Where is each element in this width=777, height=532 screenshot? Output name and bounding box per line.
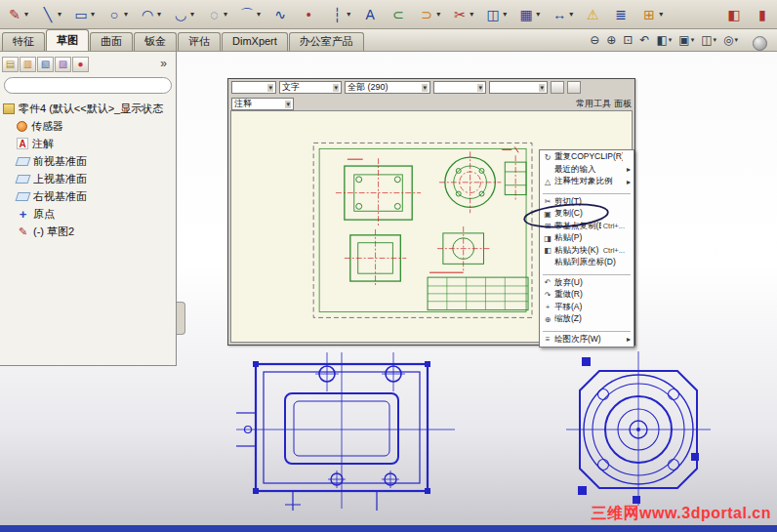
- trim-entities-tool[interactable]: ✂ ▾: [449, 2, 475, 27]
- menu-annotative-object-scale[interactable]: △ 注释性对象比例 ▸: [541, 176, 633, 188]
- context-menu-item[interactable]: ▸: [543, 270, 631, 275]
- dropdown-arrow-icon[interactable]: ▾: [713, 36, 716, 44]
- menu-repeat-copyclip[interactable]: ↻ 重复COPYCLIP(R) ▸: [541, 151, 633, 164]
- sketch-plate-view[interactable]: [234, 345, 459, 512]
- menu-recent-input[interactable]: 最近的输入 ▸: [541, 164, 633, 177]
- combo-arrow-icon[interactable]: ▾: [477, 84, 483, 92]
- acad-toolbar-button[interactable]: [551, 81, 564, 94]
- tab-dimxpert[interactable]: DimXpert: [222, 32, 288, 51]
- ellipse-tool[interactable]: ◌ ▾: [203, 2, 229, 27]
- embedded-autocad-window[interactable]: ▾ 文字▾ 全部 (290)▾ ▾ ▾ 注释▾ 常用工具 面板: [227, 78, 635, 346]
- propertymanager-tab[interactable]: ▥: [20, 57, 36, 72]
- zoom-out-button[interactable]: ⊖ ▾: [588, 32, 601, 48]
- tangent-arc-tool[interactable]: ◡ ▾: [170, 2, 196, 27]
- tree-item-annotations[interactable]: A 注解: [3, 135, 176, 152]
- zoom-fit-button[interactable]: ⊡ ▾: [621, 32, 634, 48]
- tree-item-right-plane[interactable]: 右视基准面: [3, 187, 176, 205]
- dropdown-arrow-icon[interactable]: ▾: [669, 36, 673, 44]
- rapid-sketch-tool[interactable]: ⊞ ▾: [638, 2, 665, 27]
- mirror-entities-tool[interactable]: ◫ ▾: [482, 2, 509, 27]
- panel-resize-handle[interactable]: [177, 302, 185, 335]
- spline-tool[interactable]: ∿ ▾: [269, 2, 291, 27]
- dropdown-arrow-icon[interactable]: ▾: [503, 10, 507, 19]
- circle-tool[interactable]: ○ ▾: [103, 2, 130, 27]
- linear-pattern-tool[interactable]: ▦ ▾: [515, 2, 542, 27]
- dropdown-arrow-icon[interactable]: ▾: [536, 10, 540, 19]
- move-entities-tool[interactable]: ↔ ▾: [549, 2, 575, 27]
- panel-chevron-icon[interactable]: »: [160, 57, 172, 70]
- convert-entities-tool[interactable]: ⊂ ▾: [388, 2, 409, 27]
- tree-item-front-plane[interactable]: 前视基准面: [3, 152, 176, 170]
- display-style-button[interactable]: ◫ ▾: [699, 32, 718, 48]
- dropdown-arrow-icon[interactable]: ▾: [470, 10, 473, 19]
- dropdown-arrow-icon[interactable]: ▾: [436, 10, 440, 19]
- sketch-tool[interactable]: ✎ ▾: [4, 2, 30, 27]
- context-menu-item[interactable]: ▸: [543, 327, 631, 332]
- display-relations-tool[interactable]: ⚠ ▾: [582, 2, 603, 27]
- combo-arrow-icon[interactable]: ▾: [333, 84, 339, 92]
- menu-paste-as-block[interactable]: ◧ 粘贴为块(K) Ctrl+... ▸: [541, 245, 633, 258]
- section-view-button[interactable]: ◧ ▾: [654, 32, 674, 48]
- menu-undo[interactable]: ↶ 放弃(U) ▸: [541, 277, 633, 290]
- acad-panel-menu[interactable]: 面板: [614, 98, 632, 110]
- acad-filter-combo[interactable]: 全部 (290)▾: [345, 81, 430, 94]
- repair-sketch-tool[interactable]: ≣ ▾: [610, 2, 632, 27]
- three-point-arc-tool[interactable]: ⌒ ▾: [236, 2, 263, 27]
- dropdown-arrow-icon[interactable]: ▾: [691, 36, 695, 44]
- point-tool[interactable]: • ▾: [298, 2, 319, 27]
- tab-sketch[interactable]: 草图: [46, 29, 89, 51]
- tree-item-origin[interactable]: + 原点: [3, 205, 176, 223]
- menu-paste-to-original-coords[interactable]: 粘贴到原坐标(D) ▸: [541, 257, 633, 269]
- menu-pan[interactable]: + 平移(A) ▸: [541, 302, 633, 314]
- text-tool[interactable]: A ▾: [359, 2, 381, 27]
- dropdown-arrow-icon[interactable]: ▾: [734, 36, 738, 44]
- dropdown-arrow-icon[interactable]: ▾: [24, 10, 28, 19]
- tree-item-top-plane[interactable]: 上视基准面: [3, 170, 176, 187]
- acad-layer-state-combo[interactable]: ▾: [231, 81, 276, 94]
- tab-office-products[interactable]: 办公室产品: [289, 32, 364, 51]
- menu-zoom[interactable]: ⊕ 缩放(Z) ▸: [541, 313, 633, 326]
- dropdown-arrow-icon[interactable]: ▾: [224, 10, 227, 19]
- dimxpertmanager-tab[interactable]: ▨: [55, 57, 71, 72]
- acad-layer-combo[interactable]: 文字▾: [279, 81, 342, 94]
- acad-toolbar-button[interactable]: [567, 81, 581, 94]
- configurationmanager-tab[interactable]: ▧: [37, 57, 54, 72]
- acad-color-combo[interactable]: ▾: [433, 81, 486, 94]
- view-orientation-button[interactable]: ▣ ▾: [676, 32, 696, 48]
- featuremanager-filter[interactable]: [4, 77, 172, 94]
- combo-arrow-icon[interactable]: ▾: [422, 84, 428, 92]
- sketch-flange-view[interactable]: [564, 349, 713, 508]
- dropdown-arrow-icon[interactable]: ▾: [569, 10, 573, 19]
- menu-draw-order[interactable]: ≡ 绘图次序(W) ▸: [541, 334, 633, 347]
- centerpoint-arc-tool[interactable]: ◠ ▾: [137, 2, 163, 27]
- previous-view-button[interactable]: ↶ ▾: [637, 32, 651, 48]
- hide-show-items-button[interactable]: ◎ ▾: [721, 32, 740, 48]
- dropdown-arrow-icon[interactable]: ▾: [58, 10, 61, 19]
- tab-surfaces[interactable]: 曲面: [90, 32, 133, 51]
- menu-copy[interactable]: ▣ 复制(C) ▸: [541, 208, 633, 221]
- combo-arrow-icon[interactable]: ▾: [539, 84, 545, 92]
- dropdown-arrow-icon[interactable]: ▾: [190, 10, 194, 19]
- tree-item-part4-root[interactable]: 零件4 (默认<<默认>_显示状态: [3, 100, 176, 117]
- rectangle-tool[interactable]: ▭ ▾: [70, 2, 97, 27]
- zoom-area-button[interactable]: ⊕ ▾: [604, 32, 618, 48]
- tab-features[interactable]: 特征: [2, 32, 45, 51]
- combo-arrow-icon[interactable]: ▾: [267, 84, 273, 92]
- toolbar-overflow-icon[interactable]: ▮ ▾: [752, 2, 773, 27]
- dropdown-arrow-icon[interactable]: ▾: [91, 10, 95, 19]
- instant2d-tool[interactable]: ◧ ▾: [723, 2, 745, 27]
- acad-annotation-combo[interactable]: 注释▾: [231, 98, 294, 110]
- line-tool[interactable]: ╲ ▾: [37, 2, 63, 27]
- appearance-sphere-icon[interactable]: [753, 36, 767, 51]
- centerline-tool[interactable]: ┆ ▾: [326, 2, 352, 27]
- dropdown-arrow-icon[interactable]: ▾: [347, 10, 350, 19]
- appearances-tab[interactable]: ●: [72, 57, 89, 72]
- combo-arrow-icon[interactable]: ▾: [285, 101, 291, 108]
- menu-cut[interactable]: ✂ 剪切(T) ▸: [541, 196, 633, 209]
- dropdown-arrow-icon[interactable]: ▾: [257, 10, 261, 19]
- menu-paste[interactable]: ◨ 粘贴(P) ▸: [541, 232, 633, 245]
- offset-entities-tool[interactable]: ⊃ ▾: [416, 2, 442, 27]
- dropdown-arrow-icon[interactable]: ▾: [659, 10, 663, 19]
- acad-linetype-combo[interactable]: ▾: [489, 81, 548, 94]
- menu-redo[interactable]: ↷ 重做(R) ▸: [541, 289, 633, 302]
